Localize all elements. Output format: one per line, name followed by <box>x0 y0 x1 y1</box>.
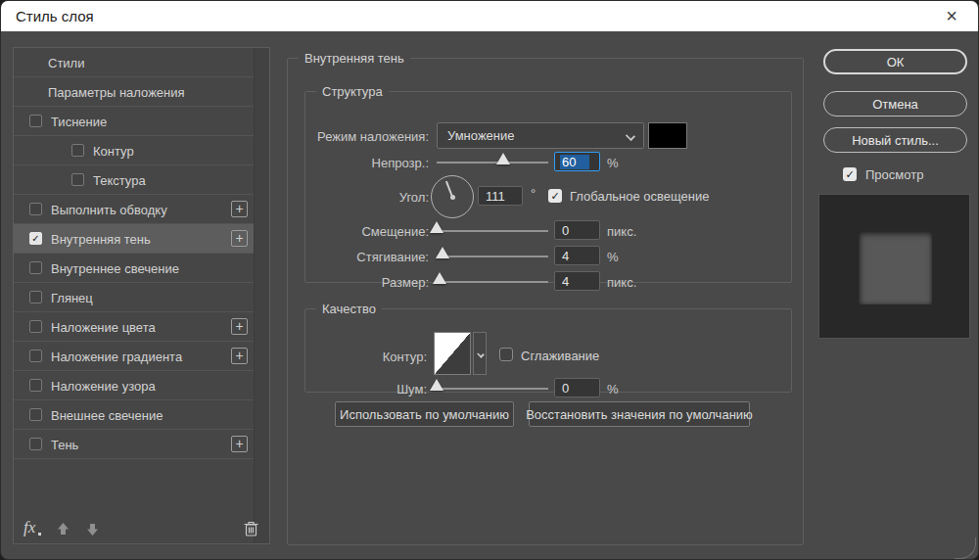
reset-default-button[interactable]: Восстановить значения по умолчанию <box>529 401 750 427</box>
style-item-label: Стили <box>48 56 84 70</box>
style-list-item[interactable]: Параметры наложения <box>14 77 254 107</box>
choke-slider-thumb[interactable] <box>436 247 449 258</box>
effect-checkbox[interactable] <box>29 203 42 215</box>
style-list-item[interactable]: Наложение градиента+ <box>14 342 254 371</box>
angle-input[interactable]: 111 <box>478 186 523 206</box>
styles-panel: СтилиПараметры наложенияТиснениеКонтурТе… <box>13 47 270 544</box>
effect-checkbox[interactable] <box>29 379 42 392</box>
style-list-item[interactable]: Внешнее свечение <box>14 400 254 430</box>
style-item-label: Контур <box>93 144 134 159</box>
chevron-down-icon <box>477 350 485 358</box>
global-light-checkbox[interactable]: ✓ <box>548 189 562 203</box>
effect-checkbox[interactable] <box>29 291 42 303</box>
opacity-label: Непрозр.: <box>305 156 429 170</box>
move-effect-up-icon[interactable] <box>55 521 71 537</box>
add-effect-button[interactable]: + <box>231 436 248 452</box>
effect-checkbox[interactable] <box>29 438 42 450</box>
effect-checkbox[interactable] <box>71 144 84 157</box>
ok-button[interactable]: ОК <box>823 49 967 74</box>
size-slider[interactable] <box>437 281 548 283</box>
offset-slider-thumb[interactable] <box>430 221 443 233</box>
effect-checkbox[interactable] <box>29 261 42 274</box>
add-effect-button[interactable]: + <box>231 201 248 217</box>
global-light-label: Глобальное освещение <box>570 189 709 204</box>
opacity-input[interactable]: 60 <box>554 152 600 171</box>
style-item-label: Глянец <box>51 291 93 305</box>
style-list: СтилиПараметры наложенияТиснениеКонтурТе… <box>14 48 269 514</box>
cancel-button[interactable]: Отмена <box>823 91 967 117</box>
contour-picker[interactable] <box>434 332 471 375</box>
offset-label: Смещение: <box>305 224 429 239</box>
offset-input[interactable]: 0 <box>554 220 600 240</box>
close-icon[interactable]: × <box>937 1 966 31</box>
preview-label: Просмотр <box>865 167 923 182</box>
contour-label: Контур: <box>305 350 427 364</box>
antialias-checkbox[interactable] <box>499 348 513 361</box>
style-list-item[interactable]: Наложение цвета+ <box>14 312 254 342</box>
style-item-label: Наложение градиента <box>51 350 182 364</box>
style-item-label: Тиснение <box>51 115 107 129</box>
preview-shape <box>859 231 932 304</box>
fx-menu-button[interactable]: fx <box>23 518 35 537</box>
style-list-item[interactable]: Контур <box>14 136 254 165</box>
preview-checkbox[interactable]: ✓ <box>843 167 857 181</box>
style-item-label: Наложение цвета <box>51 320 156 335</box>
style-list-item[interactable]: Внутреннее свечение <box>14 254 254 283</box>
effect-checkbox[interactable] <box>29 320 42 333</box>
style-list-item[interactable]: ✓Внутренняя тень+ <box>14 224 254 254</box>
contour-dropdown-button[interactable] <box>473 332 487 375</box>
noise-input[interactable]: 0 <box>554 378 600 397</box>
layer-style-dialog: Стиль слоя × СтилиПараметры наложенияТис… <box>0 0 979 560</box>
opacity-slider-thumb[interactable] <box>496 153 510 164</box>
add-effect-button[interactable]: + <box>231 318 248 335</box>
style-item-label: Внутреннее свечение <box>51 261 179 276</box>
style-item-label: Текстура <box>93 173 146 188</box>
resize-grip[interactable] <box>955 537 976 559</box>
style-preview-thumbnail <box>818 194 970 339</box>
style-list-item[interactable]: Стили <box>14 48 254 77</box>
quality-group: Качество Контур: Сглаживание Шум: 0 % <box>304 302 792 393</box>
structure-group: Структура Режим наложения: Умножение Неп… <box>304 84 792 283</box>
style-item-label: Внешнее свечение <box>51 408 163 423</box>
effect-checkbox[interactable] <box>29 408 42 421</box>
add-effect-button[interactable]: + <box>231 348 248 364</box>
style-list-item[interactable]: Тиснение <box>14 107 254 136</box>
noise-slider-thumb[interactable] <box>430 379 443 391</box>
style-list-item[interactable]: Текстура <box>14 165 254 195</box>
opacity-slider[interactable] <box>437 162 548 163</box>
style-list-item[interactable]: Наложение узора <box>14 371 254 400</box>
add-effect-button[interactable]: + <box>231 230 248 247</box>
size-label: Размер: <box>305 275 429 290</box>
noise-label: Шум: <box>305 382 427 397</box>
style-item-label: Выполнить обводку <box>51 203 167 217</box>
delete-effect-icon[interactable] <box>243 520 259 537</box>
effect-checkbox[interactable] <box>29 115 42 127</box>
choke-slider[interactable] <box>437 256 548 257</box>
style-item-label: Параметры наложения <box>48 85 185 100</box>
new-style-button[interactable]: Новый стиль... <box>823 127 967 153</box>
blend-mode-select[interactable]: Умножение <box>437 122 644 149</box>
effect-checkbox[interactable] <box>29 350 42 362</box>
styles-scrollbar[interactable] <box>254 48 269 543</box>
choke-label: Стягивание: <box>305 250 429 264</box>
effect-checkbox[interactable]: ✓ <box>29 232 42 245</box>
antialias-label: Сглаживание <box>521 349 599 363</box>
angle-label: Угол: <box>305 190 429 205</box>
inner-shadow-section: Внутренняя тень Структура Режим наложени… <box>287 51 804 545</box>
make-default-button[interactable]: Использовать по умолчанию <box>335 401 514 427</box>
style-item-label: Тень <box>51 438 78 452</box>
offset-slider[interactable] <box>437 230 548 232</box>
styles-footer: fx <box>14 514 269 543</box>
style-list-item[interactable]: Выполнить обводку+ <box>14 195 254 224</box>
choke-input[interactable]: 4 <box>554 246 600 265</box>
angle-dial[interactable] <box>431 175 474 218</box>
move-effect-down-icon[interactable] <box>84 521 101 537</box>
effect-checkbox[interactable] <box>71 173 84 186</box>
style-list-item[interactable]: Тень+ <box>14 430 254 459</box>
size-slider-thumb[interactable] <box>433 272 446 284</box>
shadow-color-swatch[interactable] <box>648 122 687 149</box>
noise-slider[interactable] <box>437 388 548 390</box>
title-bar[interactable]: Стиль слоя × <box>1 1 978 31</box>
style-list-item[interactable]: Глянец <box>14 283 254 312</box>
size-input[interactable]: 4 <box>554 271 600 291</box>
